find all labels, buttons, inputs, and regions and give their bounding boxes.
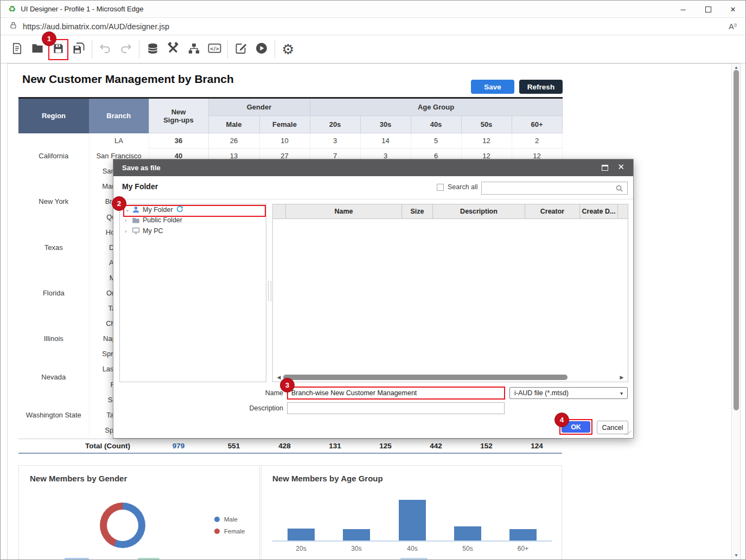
legend-label: Male — [224, 516, 238, 523]
step-badge-2: 2 — [112, 196, 126, 211]
redo-button[interactable] — [116, 39, 136, 60]
database-icon — [146, 42, 159, 56]
file-name-input[interactable] — [287, 387, 505, 400]
code-editor-button[interactable]: </> — [204, 39, 225, 60]
save-all-button[interactable] — [68, 39, 89, 60]
database-button[interactable] — [142, 39, 163, 60]
tree-item-label: My Folder — [143, 206, 173, 214]
col-header-age: 40s — [411, 116, 461, 133]
search-icon[interactable] — [615, 184, 623, 195]
table-row: CaliforniaLA3626103145122 — [18, 133, 562, 149]
panel-splitter[interactable] — [268, 281, 271, 301]
tree-item-public-folder[interactable]: ›Public Folder — [120, 215, 266, 226]
file-list-column-header[interactable] — [273, 204, 286, 218]
region-cell: Washington State — [18, 392, 89, 437]
total-label: Total (Count) — [18, 442, 149, 450]
save-button[interactable]: Save — [471, 80, 514, 94]
value-cell: 36 — [149, 133, 208, 149]
sitemap-button[interactable] — [183, 39, 204, 60]
new-document-button[interactable] — [7, 39, 27, 60]
file-list-column-header[interactable]: Create D... — [580, 204, 618, 218]
file-list-column-header[interactable]: Description — [433, 204, 525, 218]
user-icon — [132, 205, 143, 214]
settings-button[interactable]: ⚙ — [278, 39, 298, 60]
col-group-age: Age Group — [310, 98, 562, 116]
cancel-button[interactable]: Cancel — [597, 421, 628, 434]
undo-button[interactable] — [95, 39, 116, 60]
tree-item-my-pc[interactable]: ›My PC — [120, 226, 266, 236]
partial-card — [400, 558, 428, 560]
value-cell: 2 — [512, 133, 562, 149]
chevron-right-icon[interactable]: › — [125, 228, 132, 234]
refresh-icon[interactable] — [176, 205, 183, 214]
address-bar[interactable]: https://aud.bimatrix.com/AUD/designer.js… — [1, 18, 745, 35]
search-all-label: Search all — [448, 183, 478, 191]
maximize-icon — [705, 7, 711, 12]
file-list-column-header[interactable]: Creator — [525, 204, 580, 218]
read-aloud-icon[interactable]: A)) — [729, 22, 737, 31]
bar-label: 30s — [340, 545, 373, 552]
file-list-horizontal-scrollbar[interactable]: ◀ ▶ — [275, 374, 626, 381]
total-value: 125 — [360, 442, 411, 450]
save-all-icon — [72, 42, 85, 56]
search-input[interactable] — [481, 182, 628, 195]
minimize-button[interactable]: ─ — [671, 1, 696, 18]
total-value: 152 — [461, 442, 512, 450]
chevron-down-icon[interactable]: ⌄ — [125, 206, 132, 213]
partial-card — [138, 558, 160, 560]
region-cell: New York — [18, 179, 89, 224]
bar-label: 40s — [396, 545, 429, 552]
edit-button[interactable] — [231, 39, 251, 60]
x-axis-line — [272, 540, 552, 542]
gender-chart-legend: MaleFemale — [214, 513, 245, 537]
page-vertical-scrollbar[interactable]: ▲ ▼ — [731, 64, 740, 559]
dialog-maximize-icon[interactable] — [602, 165, 608, 171]
region-cell: Nevada — [18, 362, 89, 392]
col-header-age: 60+ — [512, 116, 562, 133]
scroll-down-icon[interactable]: ▼ — [732, 553, 741, 558]
age-chart-title: New Members by Age Group — [272, 474, 383, 483]
scrollbar-thumb[interactable] — [734, 70, 739, 410]
total-value: 124 — [512, 442, 562, 450]
sitemap-icon — [188, 42, 200, 56]
scroll-left-icon[interactable]: ◀ — [276, 375, 282, 380]
description-input[interactable] — [287, 402, 505, 414]
total-value: 442 — [411, 442, 461, 450]
file-list-column-header[interactable]: Size — [402, 204, 433, 218]
legend-dot — [214, 517, 220, 522]
new-document-icon — [11, 42, 23, 56]
file-list-column-header[interactable]: Name — [286, 204, 402, 218]
close-button[interactable]: ✕ — [721, 1, 745, 18]
bar-label: 50s — [451, 545, 484, 552]
hscrollbar-thumb[interactable] — [283, 375, 568, 380]
col-header-branch: Branch — [89, 98, 149, 133]
age-chart-card: New Members by Age Group 20s30s40s50s60+ — [261, 465, 562, 560]
value-cell: 14 — [360, 133, 411, 149]
col-header-female: Female — [259, 116, 310, 133]
scroll-right-icon[interactable]: ▶ — [619, 375, 625, 380]
window-title: UI Designer - Profile 1 - Microsoft Edge — [21, 5, 143, 13]
dialog-close-icon[interactable]: ✕ — [617, 162, 624, 172]
step-badge-4: 4 — [554, 413, 569, 427]
tree-item-my-folder[interactable]: ⌄My Folder — [120, 204, 266, 215]
bar-60+ — [509, 529, 537, 540]
col-group-gender: Gender — [208, 98, 310, 116]
file-list-column-header[interactable] — [618, 204, 628, 218]
dialog-titlebar[interactable]: Save as file ✕ — [113, 159, 633, 176]
chevron-right-icon[interactable]: › — [125, 217, 132, 223]
maximize-button[interactable] — [696, 1, 721, 18]
legend-item: Male — [214, 513, 245, 525]
gender-chart-title: New Members by Gender — [30, 474, 127, 483]
step-badge-3: 3 — [280, 378, 295, 392]
total-value: 428 — [259, 442, 310, 450]
file-type-select[interactable]: i-AUD file (*.mtsd) ▾ — [509, 387, 628, 399]
code-editor-icon: </> — [208, 42, 221, 56]
toolbar-divider — [139, 40, 139, 59]
tools-button[interactable] — [163, 39, 183, 60]
folder-tree: ⌄My Folder›Public Folder›My PC — [119, 204, 266, 382]
toolbar-divider — [92, 40, 92, 59]
refresh-button[interactable]: Refresh — [519, 80, 563, 94]
search-all-checkbox[interactable] — [437, 184, 444, 191]
region-cell: Florida — [18, 270, 89, 316]
run-button[interactable] — [251, 39, 272, 60]
